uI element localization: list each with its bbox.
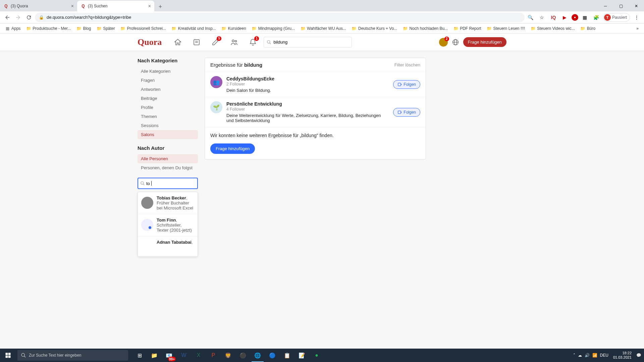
bookmark-item[interactable]: 📁Wahlfächer WU Aus... (298, 24, 348, 33)
browser-tab-inactive[interactable]: Q (3) Quora × (0, 1, 77, 11)
bookmark-item[interactable]: 📁Kursideen (219, 24, 248, 33)
bookmark-item[interactable]: 📁Später (94, 24, 117, 33)
persons-all[interactable]: Alle Personen (138, 154, 198, 163)
bookmark-item[interactable]: 📁Professionell Schrei... (118, 24, 168, 33)
nav-home[interactable] (170, 36, 186, 49)
obs-icon[interactable]: ⚫ (235, 349, 250, 362)
cat-salons[interactable]: Salons (138, 130, 198, 139)
cat-questions[interactable]: Fragen (138, 76, 198, 85)
tray-chevron-icon[interactable]: ˄ (573, 353, 575, 358)
nav-spaces[interactable] (226, 36, 242, 49)
extension-yt-icon[interactable]: ▶ (560, 13, 570, 22)
spotify-icon[interactable]: ● (309, 349, 324, 362)
taskbar-clock[interactable]: 18:22 01.03.2021 (611, 351, 634, 360)
address-bar[interactable]: 🔒 de.quora.com/search?q=bildung&type=tri… (35, 13, 525, 22)
cat-sessions[interactable]: Sessions (138, 121, 198, 130)
bookmark-item[interactable]: 📁PDF Report (451, 24, 483, 33)
person-search-wrap[interactable]: to (138, 178, 198, 189)
extensions-button[interactable]: 🧩 (592, 13, 601, 22)
search-input[interactable] (273, 40, 348, 45)
bookmark-label: Produktsuche - Mer... (33, 26, 71, 31)
header-search[interactable] (264, 37, 352, 48)
excel-icon[interactable]: X (191, 349, 206, 362)
zoom-icon[interactable]: 🔍 (526, 13, 535, 22)
mail-icon[interactable]: 📧99+ (162, 349, 176, 362)
bookmark-item[interactable]: 📁Blog (74, 24, 93, 33)
folder-icon: 📁 (530, 26, 536, 31)
result-name[interactable]: Persönliche Entwicklung (226, 101, 389, 107)
forward-button[interactable] (13, 13, 23, 22)
bookmark-item[interactable]: 📁Deutsche Kurs + Vo... (350, 24, 399, 33)
nav-notifications[interactable]: 1 (245, 36, 261, 49)
brave-icon[interactable]: 🦁 (221, 349, 235, 362)
cat-all[interactable]: Alle Kategorien (138, 67, 198, 76)
clear-filter-link[interactable]: Filter löschen (394, 62, 420, 67)
cat-topics[interactable]: Themen (138, 112, 198, 121)
bookmark-item[interactable]: 📁Mindmapping (Gru... (250, 24, 297, 33)
chrome-icon[interactable]: 🌐 (250, 349, 265, 362)
tray-volume-icon[interactable]: 🔊 (585, 353, 590, 358)
extension-quora-icon[interactable]: IQ (549, 13, 558, 22)
explorer-icon[interactable]: 📁 (147, 349, 162, 362)
quora-logo[interactable]: Quora (138, 37, 162, 47)
search-icon (21, 353, 26, 358)
close-tab-icon[interactable]: × (71, 3, 74, 9)
follow-icon (397, 82, 402, 87)
svg-point-3 (232, 40, 234, 42)
chrome-menu-button[interactable]: ⋮ (632, 13, 641, 22)
autocomplete-item[interactable]: Tom Finn, Schriftsteller, Texter (2001-j… (138, 214, 198, 236)
taskbar-search[interactable]: Zur Suche Text hier eingeben (17, 350, 128, 361)
back-button[interactable] (3, 13, 12, 22)
bookmark-apps[interactable]: ▦Apps (3, 24, 22, 33)
profile-badge[interactable]: T Pausiert (603, 13, 630, 22)
new-tab-button[interactable]: + (156, 2, 165, 11)
window-minimize-button[interactable]: ─ (598, 1, 613, 11)
cat-answers[interactable]: Antworten (138, 85, 198, 94)
window-maximize-button[interactable]: ▢ (613, 1, 629, 11)
browser-tab-active[interactable]: Q (3) Suchen × (77, 1, 154, 11)
bookmark-item[interactable]: 📁Noch hochladen Bu... (400, 24, 450, 33)
tray-lang[interactable]: DEU (600, 353, 608, 358)
extension-adblock-icon[interactable]: ● (572, 14, 578, 21)
language-button[interactable] (450, 37, 461, 47)
follow-button[interactable]: Folgen (393, 80, 420, 89)
clock-date: 01.03.2021 (613, 355, 632, 360)
bookmark-item[interactable]: 📁Büro (578, 24, 597, 33)
edge-icon[interactable]: 🔵 (265, 349, 280, 362)
profile-menu[interactable]: 2 (439, 38, 448, 47)
result-name[interactable]: CeddysBildungsEcke (226, 76, 389, 81)
cat-profiles[interactable]: Profile (138, 103, 198, 112)
powerpoint-icon[interactable]: P (206, 349, 221, 362)
bookmark-item[interactable]: 📁Steuern Videos wic... (528, 24, 577, 33)
bookmark-label: Kursideen (228, 26, 246, 31)
bookmark-item[interactable]: 📁Steuern Lesen !!!! (484, 24, 527, 33)
notepad-icon[interactable]: 📝 (294, 349, 309, 362)
nav-answer[interactable]: 5 (207, 36, 223, 49)
autocomplete-item[interactable]: Adnan Tabatabai, (138, 236, 198, 256)
follow-button[interactable]: Folgen (393, 108, 420, 117)
clock-time: 18:22 (613, 351, 632, 355)
bookmark-item[interactable]: 📁Produktsuche - Mer... (24, 24, 73, 33)
persons-following[interactable]: Personen, denen Du folgst (138, 163, 198, 172)
nav-following[interactable] (189, 36, 205, 49)
star-icon[interactable]: ☆ (537, 13, 547, 22)
taskview-icon[interactable]: ⊞ (132, 349, 147, 362)
tray-wifi-icon[interactable]: 📶 (592, 353, 597, 358)
autocomplete-item[interactable]: Tobias Becker, Früher Buchalter bei Micr… (138, 192, 198, 214)
person-name: Tom Finn (157, 218, 176, 223)
tray-cloud-icon[interactable]: ☁ (578, 353, 582, 358)
add-question-primary-button[interactable]: Frage hinzufügen (210, 143, 255, 154)
bookmarks-overflow-button[interactable]: » (634, 25, 641, 32)
notifications-icon[interactable]: 💬 (636, 353, 641, 358)
cat-posts[interactable]: Beiträge (138, 94, 198, 103)
svg-rect-14 (6, 353, 8, 355)
window-close-button[interactable]: ✕ (629, 1, 644, 11)
extension-qr-icon[interactable]: ▦ (580, 13, 590, 22)
word-icon[interactable]: W (176, 349, 191, 362)
bookmark-item[interactable]: 📁Kreativität und Insp... (169, 24, 218, 33)
reload-button[interactable] (24, 13, 34, 22)
clipboard-icon[interactable]: 📋 (280, 349, 294, 362)
close-tab-icon[interactable]: × (148, 3, 151, 9)
add-question-button[interactable]: Frage hinzufügen (463, 37, 506, 47)
start-button[interactable] (0, 349, 16, 362)
